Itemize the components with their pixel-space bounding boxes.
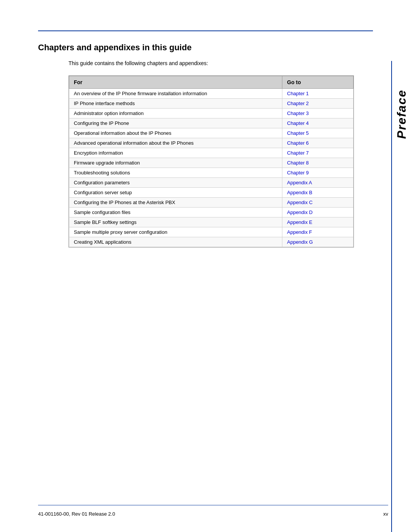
col-for-header: For (69, 76, 282, 89)
table-row: Sample multiple proxy server configurati… (69, 227, 354, 237)
chapter-link[interactable]: Chapter 1 (287, 91, 309, 96)
row-description: Administrator option information (69, 109, 282, 118)
row-description: Configuration parameters (69, 178, 282, 188)
table-row: Administrator option informationChapter … (69, 109, 354, 118)
footer-line (38, 505, 388, 505)
table-row: Configuration server setupAppendix B (69, 188, 354, 198)
table-row: An overview of the IP Phone firmware ins… (69, 89, 354, 99)
chapter-link[interactable]: Appendix E (287, 219, 312, 225)
side-label-container: Preface (392, 76, 411, 152)
row-description: Advanced operational information about t… (69, 138, 282, 148)
table-row: Encryption informationChapter 7 (69, 148, 354, 158)
chapters-table: For Go to An overview of the IP Phone fi… (68, 75, 354, 248)
chapter-link[interactable]: Appendix B (287, 190, 312, 195)
row-description: Encryption information (69, 148, 282, 158)
row-description: Configuration server setup (69, 188, 282, 198)
row-description: Troubleshooting solutions (69, 168, 282, 178)
row-description: Creating XML applications (69, 237, 282, 247)
row-link[interactable]: Appendix C (282, 198, 354, 208)
row-link[interactable]: Chapter 2 (282, 99, 354, 109)
footer-right-text: xv (383, 511, 388, 517)
page-container: Chapters and appendixes in this guide Th… (0, 0, 411, 532)
row-link[interactable]: Appendix F (282, 227, 354, 237)
row-description: An overview of the IP Phone firmware ins… (69, 89, 282, 99)
row-description: Sample BLF softkey settings (69, 217, 282, 227)
row-link[interactable]: Chapter 4 (282, 118, 354, 128)
row-link[interactable]: Chapter 8 (282, 158, 354, 168)
table-row: Sample BLF softkey settingsAppendix E (69, 217, 354, 227)
row-description: Sample configuration files (69, 208, 282, 217)
footer-left-text: 41-001160-00, Rev 01 Release 2.0 (38, 511, 115, 517)
table-row: Advanced operational information about t… (69, 138, 354, 148)
row-link[interactable]: Appendix A (282, 178, 354, 188)
chapter-link[interactable]: Appendix D (287, 209, 312, 215)
chapter-link[interactable]: Chapter 8 (287, 160, 309, 166)
side-label-text: Preface (395, 89, 409, 139)
table-row: Configuring the IP PhoneChapter 4 (69, 118, 354, 128)
row-description: IP Phone interface methods (69, 99, 282, 109)
row-description: Firmware upgrade information (69, 158, 282, 168)
row-link[interactable]: Chapter 9 (282, 168, 354, 178)
table-row: Configuration parametersAppendix A (69, 178, 354, 188)
row-link[interactable]: Appendix D (282, 208, 354, 217)
chapter-link[interactable]: Chapter 6 (287, 140, 309, 146)
row-link[interactable]: Appendix G (282, 237, 354, 247)
row-link[interactable]: Appendix B (282, 188, 354, 198)
table-row: Sample configuration filesAppendix D (69, 208, 354, 217)
chapter-link[interactable]: Appendix F (287, 229, 312, 235)
table-row: Configuring the IP Phones at the Asteris… (69, 198, 354, 208)
table-row: Firmware upgrade informationChapter 8 (69, 158, 354, 168)
row-description: Sample multiple proxy server configurati… (69, 227, 282, 237)
row-link[interactable]: Appendix E (282, 217, 354, 227)
row-description: Configuring the IP Phone (69, 118, 282, 128)
table-row: IP Phone interface methodsChapter 2 (69, 99, 354, 109)
row-description: Operational information about the IP Pho… (69, 128, 282, 138)
chapter-link[interactable]: Chapter 7 (287, 150, 309, 156)
top-border-line (38, 30, 373, 31)
footer: 41-001160-00, Rev 01 Release 2.0 xv (38, 511, 388, 517)
chapter-link[interactable]: Chapter 4 (287, 120, 309, 126)
chapter-link[interactable]: Chapter 5 (287, 130, 309, 136)
chapter-link[interactable]: Chapter 2 (287, 101, 309, 106)
intro-text: This guide contains the following chapte… (38, 60, 373, 66)
row-link[interactable]: Chapter 3 (282, 109, 354, 118)
table-header-row: For Go to (69, 76, 354, 89)
chapter-link[interactable]: Chapter 9 (287, 170, 309, 176)
row-link[interactable]: Chapter 1 (282, 89, 354, 99)
table-row: Troubleshooting solutionsChapter 9 (69, 168, 354, 178)
section-title: Chapters and appendixes in this guide (38, 43, 373, 53)
table-row: Operational information about the IP Pho… (69, 128, 354, 138)
col-goto-header: Go to (282, 76, 354, 89)
row-description: Configuring the IP Phones at the Asteris… (69, 198, 282, 208)
chapter-link[interactable]: Appendix C (287, 200, 312, 205)
chapter-link[interactable]: Appendix G (287, 239, 313, 245)
row-link[interactable]: Chapter 7 (282, 148, 354, 158)
row-link[interactable]: Chapter 6 (282, 138, 354, 148)
chapter-link[interactable]: Chapter 3 (287, 110, 309, 116)
chapter-link[interactable]: Appendix A (287, 180, 312, 185)
row-link[interactable]: Chapter 5 (282, 128, 354, 138)
table-row: Creating XML applicationsAppendix G (69, 237, 354, 247)
